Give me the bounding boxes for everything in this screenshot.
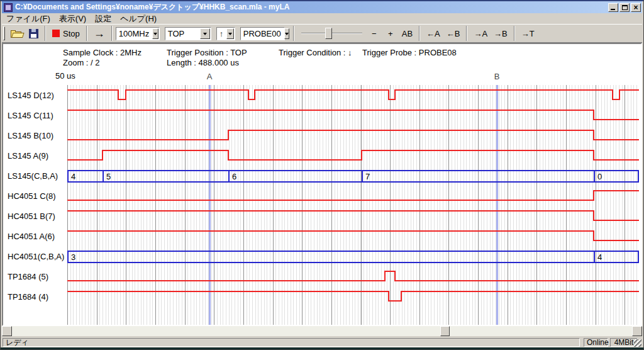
toolbar-separator (514, 26, 515, 41)
minimize-icon (611, 9, 615, 10)
waveform-trace (67, 211, 639, 220)
minimize-button[interactable] (608, 3, 618, 12)
waveform-trace (67, 150, 639, 160)
run-button[interactable]: → (91, 26, 108, 41)
menu-item-1[interactable]: 表示(V) (55, 14, 91, 24)
status-bar: レディ Online 4MBit (2, 337, 642, 347)
status-online: Online (584, 338, 608, 347)
toolbar-separator (293, 26, 294, 41)
toolbar-button-[interactable]: + (382, 26, 399, 41)
dropdown-arrow-button[interactable] (284, 28, 289, 39)
toolbar-button-t[interactable]: →T (518, 26, 538, 41)
bus-value: 5 (106, 172, 111, 181)
bus-divider (594, 171, 595, 181)
menu-item-2[interactable]: 設定 (91, 14, 116, 24)
zoom-slider-thumb[interactable] (325, 28, 332, 39)
bus-divider (594, 252, 595, 262)
menu-item-0[interactable]: ファイル(F) (2, 14, 55, 24)
stop-button-label: Stop (63, 29, 80, 38)
bus-value: 4 (597, 252, 602, 262)
open-folder-icon (11, 29, 23, 38)
maximize-icon (622, 5, 628, 10)
sample-clock-select-value: 100MHz (116, 29, 152, 38)
resize-grip[interactable] (634, 339, 641, 347)
menu-bar: ファイル(F)表示(V)設定ヘルプ(H) (2, 13, 642, 24)
bus-value: 3 (71, 252, 75, 262)
toolbar-button-[interactable]: − (366, 26, 382, 41)
window-title: C:¥Documents and Settings¥noname¥デスクトップ¥… (15, 2, 606, 13)
scroll-left-button[interactable] (2, 326, 12, 336)
waveform-trace (67, 191, 639, 200)
stop-button[interactable]: Stop (49, 26, 83, 41)
bus-value: 6 (232, 172, 236, 181)
scrollbar-thumb[interactable] (440, 326, 450, 336)
chevron-down-icon (203, 33, 207, 37)
maximize-button[interactable] (619, 3, 630, 12)
app-icon (4, 3, 13, 12)
toolbar-separator (466, 26, 467, 41)
toolbar-grip (3, 26, 5, 40)
bus-divider (362, 171, 363, 181)
scroll-left-icon (3, 329, 8, 334)
zoom-slider[interactable] (301, 26, 362, 41)
toolbar-separator (111, 26, 113, 41)
waveform-panel: Sample Clock : 2MHz Zoom : / 2 Trigger P… (2, 43, 642, 326)
bus-trace: 45670 (67, 170, 639, 183)
waveform-trace (67, 231, 639, 240)
stop-square-icon (52, 30, 60, 37)
trigger-probe-select[interactable]: PROBE00 (240, 27, 285, 40)
toolbar-separator (419, 26, 420, 41)
horizontal-scrollbar[interactable] (2, 326, 642, 336)
window-bottom-edge (0, 347, 644, 350)
toolbar-button-a[interactable]: ←A (423, 26, 443, 41)
dropdown-arrow-button[interactable] (226, 28, 234, 39)
toolbar-separator (86, 26, 87, 41)
sample-clock-select[interactable]: 100MHz (116, 27, 160, 40)
dropdown-arrow-button[interactable] (152, 28, 158, 39)
waveform-trace (67, 271, 639, 281)
bus-value: 7 (365, 172, 370, 181)
trigger-probe-select-value: PROBE00 (241, 29, 284, 38)
menu-item-3[interactable]: ヘルプ(H) (116, 14, 161, 24)
waveform-trace (67, 90, 639, 99)
toolbar-button-b[interactable]: →B (491, 26, 511, 41)
waveform-trace (67, 291, 639, 301)
bus-value: 4 (71, 172, 75, 181)
trigger-edge-select[interactable]: ↑ (216, 27, 235, 40)
run-arrow-icon: → (94, 28, 105, 39)
waveform-trace (67, 130, 639, 140)
toolbar-button-ab[interactable]: AB (399, 26, 416, 41)
trigger-edge-select-value: ↑ (217, 29, 226, 38)
bus-divider (228, 171, 230, 181)
chevron-down-icon (285, 33, 289, 37)
toolbar-separator (45, 26, 46, 41)
bus-divider (103, 171, 104, 181)
trigger-position-select[interactable]: TOP (165, 27, 211, 40)
toolbar-button-b[interactable]: ←B (443, 26, 464, 41)
close-icon: × (631, 3, 640, 12)
save-floppy-icon (29, 29, 38, 38)
title-bar: C:¥Documents and Settings¥noname¥デスクトップ¥… (2, 1, 642, 13)
toolbar-button-a[interactable]: →A (470, 26, 491, 41)
scroll-right-button[interactable] (632, 326, 642, 336)
dropdown-arrow-button[interactable] (200, 28, 210, 39)
close-button[interactable]: × (631, 3, 641, 12)
save-file-button[interactable] (26, 26, 42, 41)
chevron-down-icon (228, 33, 232, 37)
trigger-position-select-value: TOP (165, 29, 199, 38)
bus-value: 0 (597, 172, 602, 181)
status-ready: レディ (3, 338, 580, 347)
waveform-trace (67, 110, 639, 120)
bus-trace: 34 (67, 251, 639, 263)
waveform-traces (3, 44, 641, 325)
chevron-down-icon (153, 33, 157, 37)
scroll-right-icon (636, 329, 641, 334)
open-file-button[interactable] (8, 26, 26, 41)
toolbar: Stop → 100MHzTOP↑PROBE00 −+AB←A←B→A→B→T (2, 24, 642, 43)
